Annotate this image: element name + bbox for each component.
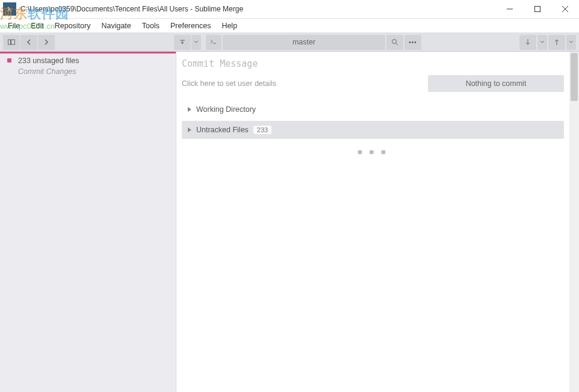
main-area: 233 unstaged files Commit Changes Commit… [0,52,579,392]
working-directory-label: Working Directory [196,105,256,114]
menu-navigate[interactable]: Navigate [96,20,136,32]
scrollbar-thumb[interactable] [571,53,578,101]
menu-help[interactable]: Help [216,20,243,32]
scrollbar[interactable] [569,52,579,392]
untracked-count-badge: 233 [253,126,271,134]
commit-button[interactable]: Nothing to commit [428,75,564,92]
menu-tools[interactable]: Tools [137,20,165,32]
menubar: File Edit Repository Navigate Tools Pref… [0,19,579,33]
chevron-right-icon [188,107,191,112]
pull-button[interactable] [519,35,536,50]
working-directory-section[interactable]: Working Directory [182,100,564,118]
menu-edit[interactable]: Edit [25,20,49,32]
push-dropdown[interactable] [566,35,576,50]
minimize-button[interactable] [496,0,524,19]
forward-button[interactable] [38,35,55,50]
menu-preferences[interactable]: Preferences [165,20,216,32]
svg-line-9 [396,43,398,45]
pull-dropdown[interactable] [537,35,547,50]
sidebar-unstaged-row[interactable]: 233 unstaged files [0,54,176,67]
user-details-link[interactable]: Click here to set user details [182,79,428,88]
commit-changes-label[interactable]: Commit Changes [0,67,176,79]
commit-dot-icon [7,58,11,63]
untracked-files-label: Untracked Files [196,126,249,134]
search-button[interactable] [386,35,403,50]
unstaged-label: 233 unstaged files [18,57,170,65]
loading-indicator: ■ ■ ■ [182,141,564,156]
branch-selector[interactable]: master [223,35,385,50]
svg-rect-5 [11,40,15,44]
window-title: C:\Users\pc0359\Documents\Tencent Files\… [19,5,496,13]
more-button[interactable]: ••• [404,35,421,50]
back-button[interactable] [20,35,37,50]
commit-message-header[interactable]: Commit Message [182,58,564,69]
close-button[interactable] [551,0,579,19]
svg-rect-1 [535,7,540,12]
terminal-icon[interactable] [206,35,221,50]
maximize-button[interactable] [524,0,551,19]
window-controls [496,0,579,19]
push-button[interactable] [548,35,565,50]
svg-rect-4 [8,40,11,44]
toolbar: master ••• [0,33,579,52]
sidebar: 233 unstaged files Commit Changes [0,52,176,392]
chevron-right-icon [188,127,191,132]
menu-repository[interactable]: Repository [49,20,96,32]
svg-point-8 [392,40,397,44]
untracked-files-section[interactable]: Untracked Files 233 [182,121,564,139]
locations-button[interactable] [3,35,20,50]
stash-dropdown[interactable] [191,35,201,50]
app-icon [3,2,16,16]
menu-file[interactable]: File [2,20,25,32]
content-area: Commit Message Click here to set user de… [176,52,579,392]
stash-button[interactable] [174,35,191,50]
titlebar: C:\Users\pc0359\Documents\Tencent Files\… [0,0,579,19]
